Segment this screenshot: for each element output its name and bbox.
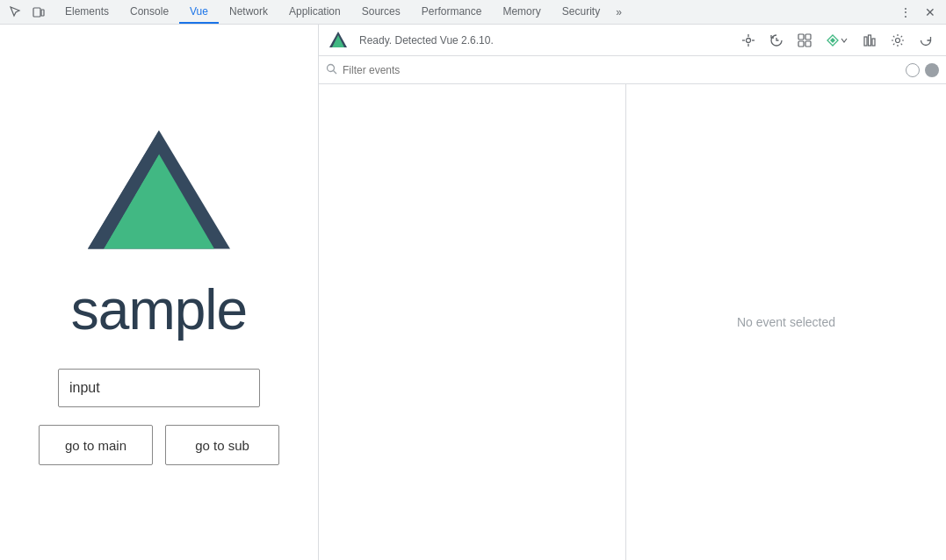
vue-panel-body: No event selected — [319, 84, 946, 560]
svg-rect-1 — [41, 10, 44, 16]
devtools-topbar: Elements Console Vue Network Application… — [0, 0, 946, 25]
vue-events-pane — [319, 84, 626, 560]
vue-logo-large — [80, 119, 238, 260]
svg-rect-15 — [805, 41, 811, 47]
svg-rect-14 — [798, 41, 804, 47]
app-buttons: go to main go to sub — [39, 425, 279, 465]
vue-detail-pane: No event selected — [626, 84, 946, 560]
vue-status-text: Ready. Detected Vue 2.6.10. — [359, 34, 733, 47]
refresh-icon-button[interactable] — [914, 29, 937, 52]
vue-secondary-toolbar — [319, 56, 946, 84]
vue-toolbar: Ready. Detected Vue 2.6.10. — [319, 25, 946, 56]
go-to-sub-button[interactable]: go to sub — [165, 425, 279, 465]
vue-logo-small — [328, 30, 349, 51]
tab-memory[interactable]: Memory — [492, 0, 551, 24]
history-icon-button[interactable] — [765, 29, 788, 52]
devtools-tabs: Elements Console Vue Network Application… — [54, 0, 890, 24]
app-panel: sample go to main go to sub — [0, 25, 318, 560]
inspect-element-button[interactable] — [5, 2, 26, 23]
svg-rect-16 — [864, 37, 867, 46]
vue-toolbar-icons — [737, 29, 937, 52]
filter-events-input[interactable] — [343, 64, 900, 76]
tab-sources[interactable]: Sources — [351, 0, 411, 24]
device-toolbar-button[interactable] — [28, 2, 49, 23]
close-devtools-button[interactable]: ✕ — [920, 2, 941, 23]
components-icon-button[interactable] — [737, 29, 760, 52]
svg-rect-17 — [869, 35, 871, 46]
vuex-icon-button[interactable] — [821, 29, 853, 52]
filter-search-icon — [326, 63, 337, 77]
app-title: sample — [71, 277, 247, 342]
tab-console[interactable]: Console — [119, 0, 179, 24]
tab-application[interactable]: Application — [278, 0, 351, 24]
app-input-field[interactable] — [58, 369, 260, 407]
svg-point-20 — [328, 64, 335, 71]
devtools-topbar-right: ⋮ ✕ — [890, 2, 946, 23]
svg-rect-0 — [33, 8, 40, 17]
main-content: sample go to main go to sub Ready. Detec… — [0, 25, 946, 560]
svg-line-21 — [334, 70, 337, 74]
tab-network[interactable]: Network — [219, 0, 278, 24]
tab-vue[interactable]: Vue — [179, 0, 219, 24]
svg-point-7 — [747, 38, 751, 42]
svg-rect-13 — [805, 34, 811, 39]
tabs-overflow-button[interactable]: » — [610, 6, 627, 18]
tab-elements[interactable]: Elements — [54, 0, 119, 24]
tab-performance[interactable]: Performance — [411, 0, 493, 24]
devtools-icons-left — [0, 2, 54, 23]
clear-filter-button[interactable] — [906, 63, 920, 77]
devtools-vue-panel: Ready. Detected Vue 2.6.10. — [318, 25, 946, 560]
tab-security[interactable]: Security — [552, 0, 610, 24]
record-button[interactable] — [925, 63, 939, 77]
svg-rect-18 — [872, 39, 875, 46]
svg-rect-12 — [798, 34, 804, 39]
perf-icon-button[interactable] — [858, 29, 881, 52]
svg-point-19 — [896, 38, 900, 42]
settings-icon-button[interactable] — [886, 29, 909, 52]
routing-icon-button[interactable] — [793, 29, 816, 52]
go-to-main-button[interactable]: go to main — [39, 425, 153, 465]
no-event-selected-text: No event selected — [737, 315, 835, 329]
more-options-button[interactable]: ⋮ — [895, 2, 916, 23]
